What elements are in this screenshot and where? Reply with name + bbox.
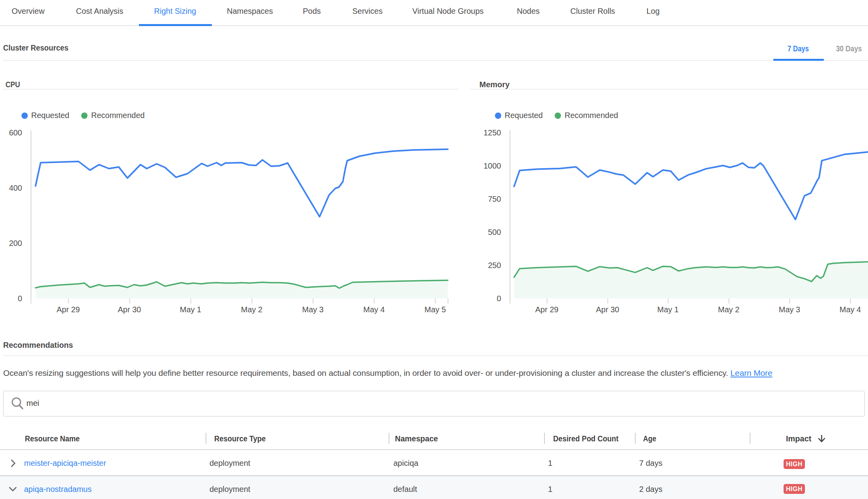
svg-text:600: 600 (9, 128, 22, 137)
svg-text:750: 750 (488, 195, 501, 203)
svg-text:May 3: May 3 (302, 305, 324, 314)
svg-text:Apr 29: Apr 29 (535, 305, 559, 314)
svg-text:May 1: May 1 (657, 305, 679, 314)
svg-text:0: 0 (497, 294, 501, 303)
svg-text:May 3: May 3 (779, 305, 800, 314)
svg-text:May 2: May 2 (241, 305, 262, 314)
svg-text:Apr 30: Apr 30 (596, 305, 619, 314)
svg-text:May 4: May 4 (363, 305, 385, 314)
svg-text:0: 0 (18, 294, 22, 303)
svg-text:May 5: May 5 (425, 305, 446, 314)
svg-text:May 4: May 4 (840, 305, 861, 314)
svg-text:500: 500 (488, 228, 501, 236)
svg-text:1250: 1250 (484, 128, 501, 137)
svg-text:Apr 30: Apr 30 (118, 305, 141, 314)
svg-text:Apr 29: Apr 29 (57, 305, 80, 314)
svg-text:200: 200 (9, 239, 22, 248)
svg-text:May 2: May 2 (718, 305, 739, 314)
svg-text:1000: 1000 (484, 161, 501, 170)
svg-text:May 1: May 1 (180, 305, 201, 314)
svg-text:400: 400 (9, 184, 22, 192)
svg-text:250: 250 (488, 261, 501, 270)
